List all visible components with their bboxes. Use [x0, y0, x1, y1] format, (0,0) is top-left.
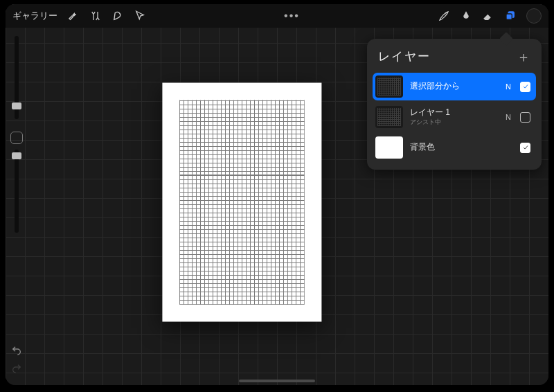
layers-panel: レイヤー ＋ 選択部分から N レイヤー 1 アシスト中 N: [367, 39, 542, 170]
layers-icon[interactable]: [504, 10, 517, 22]
layer-label-group: レイヤー 1 アシスト中: [410, 107, 497, 127]
selection-icon[interactable]: [111, 10, 124, 22]
layer-visibility-checkbox[interactable]: [520, 82, 530, 92]
layers-panel-title: レイヤー: [378, 48, 431, 64]
canvas-artwork: [179, 100, 304, 305]
brush-opacity-slider[interactable]: [15, 150, 19, 233]
layer-visibility-checkbox[interactable]: [520, 143, 530, 153]
layer-label-group: 選択部分から: [410, 81, 497, 92]
adjustments-icon[interactable]: [89, 10, 102, 22]
app-window: ギャラリー •••: [6, 4, 548, 385]
top-toolbar: ギャラリー •••: [6, 4, 548, 28]
modify-button[interactable]: [10, 132, 23, 144]
layer-name: 選択部分から: [410, 81, 497, 92]
add-layer-button[interactable]: ＋: [517, 50, 530, 64]
eraser-icon[interactable]: [482, 10, 494, 22]
home-indicator: [239, 380, 315, 382]
layer-name: 背景色: [410, 142, 497, 153]
canvas[interactable]: [162, 83, 321, 322]
smudge-icon[interactable]: [460, 10, 472, 22]
gallery-button[interactable]: ギャラリー: [12, 10, 57, 22]
cursor-icon[interactable]: [134, 10, 146, 22]
layers-panel-header: レイヤー ＋: [373, 46, 536, 73]
left-rail: [8, 36, 25, 378]
overflow-menu[interactable]: •••: [284, 10, 300, 22]
layer-name: レイヤー 1: [410, 107, 497, 118]
layer-row[interactable]: 背景色: [373, 134, 536, 161]
color-picker-dot[interactable]: [526, 8, 542, 24]
wrench-icon[interactable]: [67, 10, 80, 22]
layer-subtitle: アシスト中: [410, 118, 497, 127]
brush-icon[interactable]: [438, 10, 450, 22]
layer-label-group: 背景色: [410, 142, 497, 153]
layer-blend-mode[interactable]: N: [503, 82, 513, 91]
layer-visibility-checkbox[interactable]: [520, 112, 530, 123]
brush-opacity-thumb[interactable]: [12, 152, 21, 159]
layer-thumbnail[interactable]: [375, 136, 403, 159]
layer-row[interactable]: レイヤー 1 アシスト中 N: [373, 103, 536, 131]
undo-icon[interactable]: [11, 345, 22, 356]
layer-thumbnail[interactable]: [375, 75, 403, 98]
layer-row[interactable]: 選択部分から N: [373, 73, 536, 100]
svg-rect-1: [506, 14, 512, 19]
brush-size-thumb[interactable]: [12, 103, 21, 109]
redo-icon[interactable]: [11, 363, 22, 374]
brush-size-slider[interactable]: [15, 36, 19, 119]
layer-thumbnail[interactable]: [375, 106, 403, 128]
layer-blend-mode[interactable]: N: [503, 113, 513, 121]
